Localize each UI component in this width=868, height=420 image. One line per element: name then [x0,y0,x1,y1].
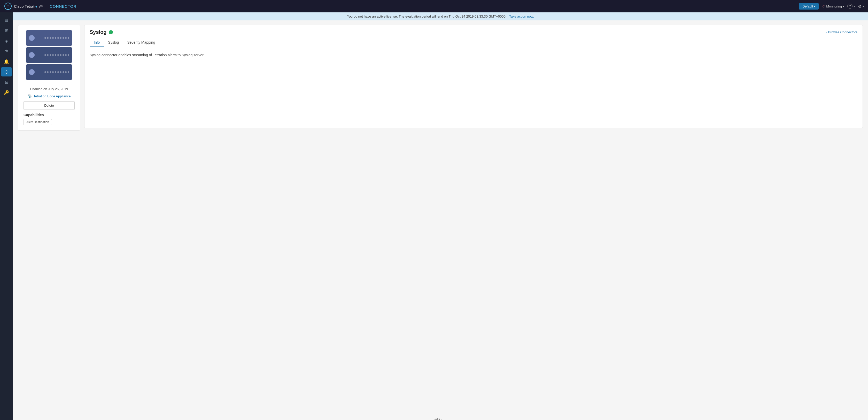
server-dots [44,54,69,56]
connector-description: Syslog connector enables streaming of Te… [90,52,858,58]
chevron-down-icon [863,5,864,8]
shield-icon: ◈ [5,38,8,43]
wifi-icon: 📡 [28,94,32,98]
svg-rect-5 [439,419,440,420]
server-block-2 [26,47,72,63]
footer: CISCO TetrationOS Software, Version 3.4.… [13,409,868,420]
sidebar-item-lab[interactable]: ⚗ [1,46,11,56]
status-active-icon [109,30,113,34]
tab-info[interactable]: Info [90,38,104,47]
chevron-left-icon: ‹ [826,30,827,34]
banner-action-link[interactable]: Take action now. [509,14,534,18]
tab-syslog[interactable]: Syslog [104,38,123,47]
content-wrapper: Enabled on July 26, 2019 📡 Tetration Edg… [13,20,868,409]
monitoring-menu[interactable]: ♡ Monitoring [822,4,844,8]
sidebar: ▦ ⊞ ◈ ⚗ 🔔 ⬡ ⊟ 🔑 [0,12,13,420]
settings-menu[interactable]: ⚙ [858,4,864,9]
main-content: Enabled on July 26, 2019 📡 Tetration Edg… [13,12,868,420]
navbar-right: Default ♡ Monitoring ? ⚙ [799,3,864,9]
server-circle-icon [29,35,35,41]
gear-icon: ⚙ [858,4,862,9]
browse-connectors-link[interactable]: ‹ Browse Connectors [826,30,858,34]
license-banner: You do not have an active license. The e… [13,12,868,21]
app-name: Cisco Tetrati●n™ [14,4,44,8]
connector-illustration [26,30,72,82]
sidebar-item-archive[interactable]: ⊟ [1,77,11,87]
app-logo: T Cisco Tetrati●n™ [4,2,44,10]
right-panel-header: Syslog ‹ Browse Connectors [85,25,863,35]
chevron-down-icon [854,5,855,8]
server-dots [44,71,69,73]
help-menu[interactable]: ? [847,4,855,9]
capability-badge: Alert Destination [24,119,52,125]
svg-rect-3 [436,419,437,420]
appliance-link[interactable]: 📡 Tetration Edge Appliance [28,94,71,98]
sidebar-item-topology[interactable]: ⊞ [1,26,11,35]
server-block-3 [26,64,72,80]
sidebar-item-security[interactable]: ◈ [1,36,11,45]
sidebar-item-alerts[interactable]: 🔔 [1,57,11,66]
flask-icon: ⚗ [5,49,8,54]
key-icon: 🔑 [4,90,9,95]
banner-message: You do not have an active license. The e… [347,14,506,18]
connector-title: Syslog [90,29,113,35]
cisco-logo-icon: CISCO [433,416,448,420]
chart-bar-icon: ▦ [5,18,8,23]
chevron-down-icon [814,5,815,8]
svg-rect-4 [437,418,438,420]
delete-button[interactable]: Delete [24,101,75,110]
server-dots [44,37,69,39]
connector-icon: ⬡ [5,69,8,74]
capabilities-section: Capabilities Alert Destination [24,113,75,125]
server-circle-icon [29,52,35,58]
navbar: T Cisco Tetrati●n™ CONNECTOR Default ♡ M… [0,0,868,12]
sidebar-item-dashboard[interactable]: ▦ [1,15,11,25]
footer-logo: CISCO [21,416,860,420]
archive-icon: ⊟ [5,80,8,85]
tab-bar: Info Syslog Severity Mapping [90,38,858,47]
tab-severity-mapping[interactable]: Severity Mapping [123,38,159,47]
server-block-1 [26,30,72,46]
default-button[interactable]: Default [799,3,819,9]
bell-icon: 🔔 [4,59,9,64]
tab-content: Syslog connector enables streaming of Te… [85,47,863,63]
server-circle-icon [29,69,35,75]
sidebar-item-connectors[interactable]: ⬡ [1,67,11,76]
page-header-label: CONNECTOR [50,4,76,8]
svg-text:T: T [7,4,9,8]
connector-name: Syslog [90,29,107,35]
left-panel: Enabled on July 26, 2019 📡 Tetration Edg… [18,25,80,131]
capabilities-title: Capabilities [24,113,75,117]
enabled-date: Enabled on July 26, 2019 [30,87,68,91]
network-icon: ⊞ [5,28,8,33]
sidebar-item-keys[interactable]: 🔑 [1,88,11,97]
right-panel: Syslog ‹ Browse Connectors Info Syslog S… [84,25,863,128]
chevron-down-icon [843,5,844,8]
